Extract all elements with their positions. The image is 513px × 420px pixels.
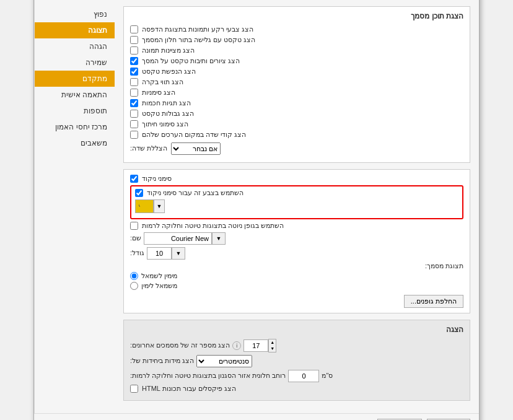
sidebar-item-resources[interactable]: משאבים [35,135,115,151]
option-smart-tags-label: הצג סימניות [142,89,175,97]
use-font-label: השתמש בגופן ניוטה בתצוגות טיוטה וחלוקה ל… [142,222,284,230]
option-border-label: הצג גבולות טקסט [142,110,194,118]
field-shading-label: הצללת שדה: [130,144,167,152]
sidebar-item-nafutz[interactable]: נפוץ [35,6,115,22]
content-section-title: הצגת תוכן מסמך [130,12,463,20]
option-draw-text-label: הצג ציורים ותיבות טקסט על המסך [142,57,240,65]
option-bookmarks-label: הצג תווי בקרה [142,78,183,86]
style-area-unit: ס"מ [322,372,333,380]
option-print-hidden: הצג הנפשת טקסט [130,68,463,76]
mark-formatting-checkbox[interactable] [130,175,138,183]
option-scroll-doc-checkbox[interactable] [130,36,138,44]
option-crop-marks-label: הצג מציינות תמונה [142,46,195,55]
sidebar-item-trustcenter[interactable]: מרכז יחסי האמון [35,119,115,135]
option-field-codes-checkbox[interactable] [130,131,138,139]
sidebar: נפוץ תצוגה הגהה שמירה מתקדם התאמה אישית … [34,0,115,413]
dialog-body: נפוץ תצוגה הגהה שמירה מתקדם התאמה אישית … [34,0,479,413]
radio-right-label: מימין לשמאל [141,272,177,280]
style-area-label: רוחב חלונית אזור הסגנון בתצוגות טיוטה וח… [130,372,286,380]
color-dropdown-btn[interactable]: ▼ [154,199,165,213]
option-scroll-doc-label: הצג טקסט עם גלישה בתור חלון המסמך [142,36,255,44]
display-section: הצגה ▲ ▼ i הצג מספר זה של מסמכים אחרונים… [123,320,470,401]
recent-docs-row: ▲ ▼ i הצג מספר זה של מסמכים אחרונים: [130,339,463,352]
recent-docs-spinner[interactable]: ▲ ▼ [268,339,276,352]
option-field-codes-label: הצג קודי שדה במקום הערכים שלהם [142,131,246,139]
option-print-hidden-label: הצג הנפשת טקסט [142,68,196,76]
sidebar-item-save[interactable]: שמירה [35,55,115,71]
option-draw-text: הצג ציורים ותיבות טקסט על המסך [130,57,463,65]
html-pixels-label: הצג פיקסלים עבור תכונות HTML [142,385,236,393]
option-smart-tags: הצג סימניות [130,89,463,97]
markup-section: סימני ניקוד השתמש בצבע זה עבור סימני ניק… [123,169,470,313]
option-print-hidden-checkbox[interactable] [130,68,138,76]
font-dropdown-btn[interactable]: ▼ [212,232,226,245]
font-name-input[interactable] [144,232,212,245]
size-dropdown-btn[interactable]: ▼ [172,247,185,260]
highlight-row: השתמש בצבע זה עבור סימני ניקוד [135,189,458,197]
option-bookmarks-checkbox[interactable] [130,78,138,86]
style-area-row: ס"מ רוחב חלונית אזור הסגנון בתצוגות טיוט… [130,370,463,382]
option-crop-marks2-label: הצג סימוני חיתוך [142,120,188,128]
radio-group: מימין לשמאל משמאל לימין [130,272,463,290]
option-border-checkbox[interactable] [130,110,138,118]
spinner-up[interactable]: ▲ [269,339,276,346]
option-smart-tags2-label: הצג תגיות חכמות [142,99,191,107]
option-crop-marks2: הצג סימוני חיתוך [130,120,463,128]
radio-right-input[interactable] [130,272,138,280]
doc-layout-label: תצוגת מסמך: [130,262,463,270]
recent-docs-input[interactable] [243,339,268,352]
color-swatch[interactable]: A [135,199,154,213]
info-icon[interactable]: i [232,341,241,350]
font-size-row: ▼ גודל: [130,247,463,260]
sidebar-item-personal[interactable]: התאמה אישית [35,87,115,103]
option-print-bg-label: הצג צבעי רקע ותמונות בתצוגת הדפסה [142,25,253,33]
style-area-input[interactable] [288,370,319,382]
radio-left-row: משמאל לימין [130,282,177,290]
display-section-title: הצגה [130,325,463,334]
option-smart-tags-checkbox[interactable] [130,89,138,97]
use-font-row: השתמש בגופן ניוטה בתצוגות טיוטה וחלוקה ל… [130,222,463,230]
highlight-checkbox[interactable] [135,189,143,197]
font-name-row: ▼ שם: [130,232,463,245]
option-crop-marks: הצג מציינות תמונה [130,46,463,55]
option-field-codes: הצג קודי שדה במקום הערכים שלהם [130,131,463,139]
mark-formatting-row: סימני ניקוד [130,175,463,183]
dialog-footer: ביטול אישור [34,413,479,421]
sidebar-item-display[interactable]: תצוגה [35,22,115,38]
highlight-icon: A [139,202,150,211]
radio-left-input[interactable] [130,282,138,290]
svg-rect-0 [139,207,150,209]
option-smart-tags2: הצג תגיות חכמות [130,99,463,107]
options-dialog: אפשרויות Word ? ✕ נפוץ תצוגה הגהה שמירה … [33,0,480,420]
option-crop-marks2-checkbox[interactable] [130,120,138,128]
font-size-input[interactable] [147,247,172,260]
field-shading-select[interactable]: אם נבחר תמיד אף פעם [171,142,221,155]
option-print-bg-checkbox[interactable] [130,25,138,33]
option-smart-tags2-checkbox[interactable] [130,99,138,107]
sidebar-item-proofing[interactable]: הגהה [35,38,115,55]
option-print-bg: הצג צבעי רקע ותמונות בתצוגת הדפסה [130,25,463,33]
radio-right-row: מימין לשמאל [130,272,177,280]
option-border: הצג גבולות טקסט [130,110,463,118]
measure-label: הצג מידות ביחידות של: [130,357,194,365]
sidebar-item-advanced[interactable]: מתקדם [35,71,115,87]
option-crop-marks-checkbox[interactable] [130,46,138,55]
sidebar-item-addins[interactable]: תוספות [35,103,115,119]
radio-left-label: משמאל לימין [141,282,177,290]
size-label: גודל: [130,249,144,257]
field-shading-row: אם נבחר תמיד אף פעם הצללת שדה: [130,142,463,155]
spinner-down[interactable]: ▼ [269,346,276,352]
highlight-label: השתמש בצבע זה עבור סימני ניקוד [147,189,243,197]
option-draw-text-checkbox[interactable] [130,57,138,65]
measure-units-row: סנטימטרים אינצ'ים נקודות פיקות מילימטרים… [130,355,463,367]
font-label: שם: [130,234,141,242]
option-bookmarks: הצג תווי בקרה [130,78,463,86]
use-font-checkbox[interactable] [130,222,138,230]
main-content: הצגת תוכן מסמך הצג צבעי רקע ותמונות בתצו… [115,0,479,413]
measure-units-select[interactable]: סנטימטרים אינצ'ים נקודות פיקות מילימטרים [196,355,252,367]
html-pixels-checkbox[interactable] [130,385,138,393]
option-scroll-doc: הצג טקסט עם גלישה בתור חלון המסמך [130,36,463,44]
change-fonts-button[interactable]: החלפת גופנים... [404,295,463,308]
mark-formatting-label: סימני ניקוד [142,175,172,183]
content-section: הצגת תוכן מסמך הצג צבעי רקע ותמונות בתצו… [123,6,470,163]
